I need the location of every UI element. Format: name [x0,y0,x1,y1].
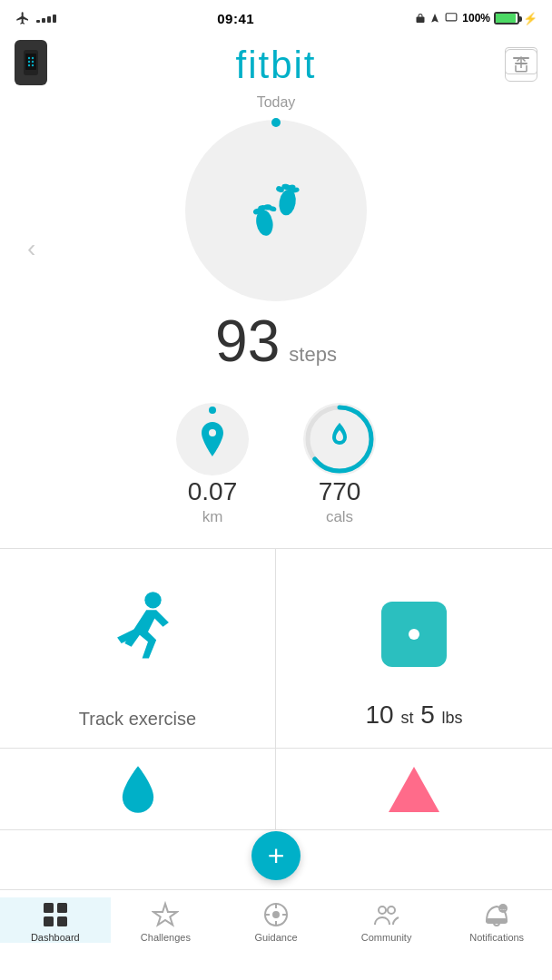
status-time: 09:41 [217,11,254,26]
distance-unit: km [202,508,223,526]
svg-point-21 [144,592,161,608]
exercise-card[interactable]: Track exercise [0,549,276,749]
water-icon [115,762,161,817]
svg-point-8 [32,64,34,66]
airplane-icon [15,11,31,25]
svg-rect-22 [44,903,54,913]
steps-section: ‹ 93 steps [0,113,552,385]
lock-icon [415,12,426,24]
svg-point-3 [28,57,30,59]
dashboard-icon [42,901,69,928]
device-icon[interactable] [15,40,47,85]
header: fitbit [0,36,552,91]
svg-rect-23 [57,903,67,913]
calories-stat[interactable]: 770 cals [303,403,376,526]
svg-rect-25 [57,916,67,926]
exercise-label: Track exercise [79,700,196,730]
progress-dot [271,118,281,127]
cards-grid: Track exercise 10 st 5 lbs [0,548,552,749]
status-right: 100% ⚡ [415,12,537,25]
svg-point-33 [388,906,395,914]
flame-icon [327,423,352,456]
calories-circle [303,403,376,475]
svg-point-5 [28,61,30,63]
location-icon [198,422,227,456]
fitbit-device-img [22,50,40,75]
exercise-icon-area [88,567,188,700]
weight-lbs: 5 [420,701,435,729]
screen-icon [444,12,458,24]
svg-rect-24 [44,916,54,926]
community-icon [373,901,400,928]
fab-container: + [251,831,301,880]
prev-day-button[interactable]: ‹ [27,234,35,263]
nav-dashboard[interactable]: Dashboard [0,897,111,943]
battery-icon [494,12,519,24]
weight-lbs-unit: lbs [442,709,463,727]
steps-label: steps [289,343,337,367]
bottom-nav: Dashboard Challenges Guidance Community [0,889,552,980]
svg-rect-2 [25,54,36,70]
bottom-cards [0,749,552,830]
nav-guidance[interactable]: Guidance [221,897,331,943]
nav-community-label: Community [361,932,412,943]
steps-circle [185,120,367,301]
share-button[interactable] [505,49,537,82]
distance-value: 0.07 [188,479,238,505]
weight-value: 10 st 5 lbs [365,701,462,730]
nav-challenges-label: Challenges [141,932,191,943]
nav-challenges[interactable]: Challenges [111,897,222,943]
status-bar: 09:41 100% ⚡ [0,0,552,36]
nav-guidance-label: Guidance [254,932,297,943]
calories-value: 770 [319,479,361,505]
footprints-icon [235,170,317,251]
distance-circle [176,403,249,475]
weight-icon-area [381,567,447,701]
status-left [15,11,56,25]
svg-point-4 [32,57,34,59]
notifications-icon: ··· [483,901,510,928]
stats-row: 0.07 km 770 cals [0,385,552,548]
date-label: Today [0,91,552,113]
steps-circle-bg [185,120,367,301]
weight-card[interactable]: 10 st 5 lbs [276,549,552,749]
scale-dot [409,629,419,640]
location-arrow-icon [429,12,440,24]
app-logo: fitbit [235,44,316,87]
challenges-icon [152,901,179,928]
female-health-card[interactable] [276,749,552,830]
steps-count: 93 [215,312,280,370]
share-icon [513,55,529,75]
svg-point-7 [28,64,30,66]
svg-point-27 [273,912,279,917]
svg-rect-0 [446,14,457,21]
guidance-icon [262,901,290,928]
steps-count-row: 93 steps [215,301,337,370]
svg-point-6 [32,61,34,63]
nav-dashboard-label: Dashboard [31,932,80,943]
weight-st-unit: st [400,709,413,727]
weight-stones: 10 [365,701,393,729]
charging-icon: ⚡ [523,12,537,25]
distance-stat[interactable]: 0.07 km [176,403,249,526]
calories-unit: cals [326,508,353,526]
water-card[interactable] [0,749,276,830]
add-button[interactable]: + [251,831,301,880]
run-icon [88,583,188,683]
nav-notifications[interactable]: ··· Notifications [441,897,552,943]
weight-scale-icon [381,602,447,667]
female-icon [389,767,439,812]
signal-bars [36,15,56,23]
svg-text:···: ··· [500,906,507,914]
svg-point-32 [379,906,386,914]
battery-percent: 100% [462,12,490,24]
nav-notifications-label: Notifications [469,932,524,943]
nav-community[interactable]: Community [331,897,442,943]
